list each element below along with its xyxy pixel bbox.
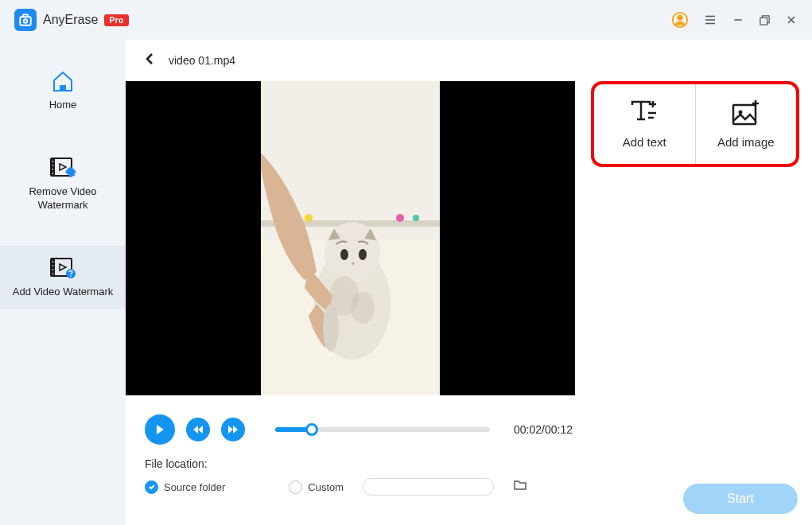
remove-watermark-icon: [49, 155, 77, 181]
main-layout: Home Remove Video Watermark: [0, 40, 812, 525]
forward-button[interactable]: [221, 418, 245, 441]
svg-rect-9: [760, 18, 767, 25]
add-panel: Add text Add image: [591, 81, 799, 167]
svg-point-41: [323, 304, 339, 352]
svg-rect-24: [52, 269, 53, 270]
svg-point-32: [305, 214, 313, 222]
svg-point-27: [70, 275, 72, 277]
radio-unchecked-icon: [289, 480, 302, 494]
add-image-icon: [731, 100, 761, 127]
pro-badge: Pro: [104, 14, 128, 26]
radio-checked-icon: [145, 480, 158, 494]
side-panel: Add text Add image: [591, 81, 812, 395]
sidebar-item-home[interactable]: Home: [0, 59, 126, 122]
svg-point-33: [396, 214, 404, 222]
svg-rect-22: [52, 261, 53, 262]
add-watermark-icon: [49, 255, 77, 281]
titlebar-right: [671, 11, 798, 29]
add-image-label: Add image: [717, 135, 775, 149]
svg-point-40: [351, 292, 375, 324]
add-image-option[interactable]: Add image: [696, 84, 797, 164]
svg-point-38: [359, 249, 367, 260]
svg-rect-17: [52, 169, 53, 170]
close-icon[interactable]: [785, 14, 798, 26]
sidebar: Home Remove Video Watermark: [0, 40, 126, 525]
home-icon: [49, 68, 77, 94]
content-header: video 01.mp4: [126, 40, 812, 81]
svg-rect-16: [52, 165, 53, 166]
back-button[interactable]: [145, 52, 154, 69]
app-title: AnyErase: [43, 13, 98, 27]
sidebar-item-remove-watermark[interactable]: Remove Video Watermark: [0, 146, 126, 222]
progress-knob[interactable]: [305, 423, 318, 436]
svg-rect-48: [733, 105, 756, 124]
sidebar-item-add-watermark[interactable]: Add Video Watermark: [0, 246, 126, 309]
playback-controls: 00:02/00:12: [126, 395, 812, 457]
svg-rect-25: [52, 273, 53, 274]
rewind-button[interactable]: [186, 418, 210, 441]
svg-rect-12: [60, 85, 66, 91]
svg-point-1: [24, 19, 28, 23]
start-button[interactable]: Start: [683, 484, 798, 514]
custom-path-input[interactable]: [363, 478, 494, 496]
sidebar-item-label: Home: [49, 99, 77, 112]
svg-point-37: [340, 249, 348, 260]
add-text-option[interactable]: Add text: [594, 84, 696, 164]
svg-rect-0: [20, 17, 31, 25]
play-button[interactable]: [145, 414, 175, 445]
source-folder-label: Source folder: [164, 481, 225, 493]
maximize-icon[interactable]: [759, 14, 771, 26]
progress-bar[interactable]: [275, 427, 490, 432]
svg-rect-15: [52, 161, 53, 162]
svg-rect-18: [52, 173, 53, 174]
folder-icon[interactable]: [513, 479, 527, 495]
app-logo-icon: [14, 9, 37, 31]
custom-radio[interactable]: Custom: [289, 480, 344, 494]
sidebar-item-label: Add Video Watermark: [13, 286, 113, 299]
sidebar-item-label: Remove Video Watermark: [6, 185, 119, 212]
svg-point-3: [678, 16, 682, 21]
user-account-icon[interactable]: [671, 11, 689, 29]
filename-label: video 01.mp4: [169, 54, 235, 67]
file-location-label: File location:: [145, 457, 793, 470]
titlebar-left: AnyErase Pro: [14, 9, 129, 31]
custom-label: Custom: [308, 481, 344, 493]
add-text-label: Add text: [623, 135, 666, 149]
content-area: video 01.mp4: [126, 40, 812, 525]
minimize-icon[interactable]: [732, 14, 744, 26]
source-folder-radio[interactable]: Source folder: [145, 480, 225, 494]
timecode: 00:02/00:12: [514, 423, 573, 436]
video-preview[interactable]: [126, 81, 575, 395]
video-frame: [261, 81, 440, 395]
menu-icon[interactable]: [703, 13, 717, 27]
svg-rect-23: [52, 265, 53, 266]
titlebar: AnyErase Pro: [0, 0, 812, 40]
svg-point-34: [413, 215, 419, 221]
add-text-icon: [629, 100, 659, 127]
video-area: Add text Add image: [126, 81, 812, 395]
